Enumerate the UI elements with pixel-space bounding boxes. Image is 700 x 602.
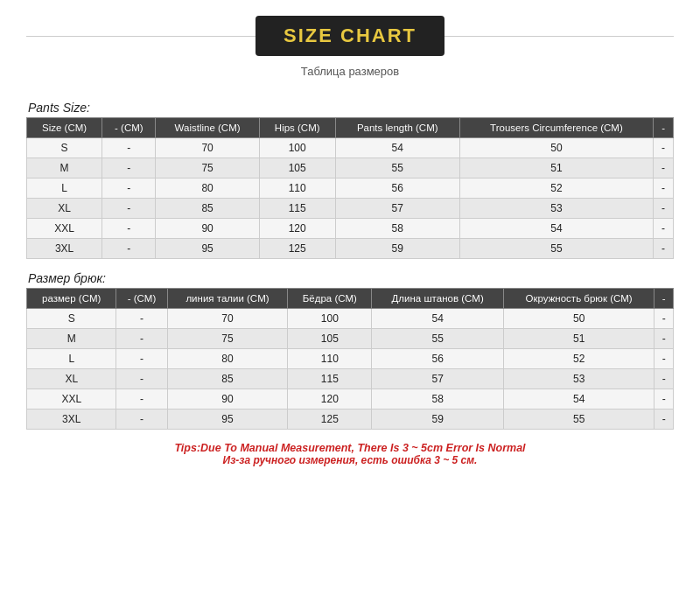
table-cell: 51 [459,158,653,178]
table-cell: M [27,329,116,349]
title-line-right [444,36,674,37]
table-cell: 50 [503,309,654,329]
table-row: XXL-901205854- [27,219,674,239]
table-cell: 52 [459,178,653,199]
subtitle: Таблица размеров [301,65,399,78]
table-cell: 53 [459,199,653,219]
table-ru-body: S-701005450-M-751055551-L-801105652-XL-8… [27,309,674,430]
page-wrapper: SIZE CHART Таблица размеров Pants Size: … [0,0,700,602]
table-cell: 120 [288,389,372,410]
table-cell: 95 [167,410,288,430]
table-row: L-801105652- [27,178,674,199]
tips-ru: Из-за ручного измерения, есть ошибка 3 ~… [26,454,674,466]
table-cell: 57 [372,369,504,389]
table-cell: 58 [372,389,504,410]
ru-col-waistline: линия талии (CM) [167,289,288,309]
table-cell: - [654,158,674,178]
table-cell: 90 [167,389,288,410]
table-cell: - [116,369,167,389]
table-cell: 75 [156,158,259,178]
table-cell: 110 [288,349,372,369]
table-cell: S [27,138,102,158]
ru-col-dash: - (CM) [116,289,167,309]
table-cell: - [654,138,674,158]
en-col-trousers-circ: Trousers Circumference (CM) [459,118,653,138]
table-cell: 55 [372,329,504,349]
table-cell: - [654,389,674,410]
table-cell: - [116,329,167,349]
table-cell: 54 [335,138,459,158]
table-cell: - [116,410,167,430]
table-cell: 100 [259,138,335,158]
table-row: L-801105652- [27,349,674,369]
table-row: XXL-901205854- [27,389,674,410]
table-cell: 54 [503,389,654,410]
table-cell: S [27,309,116,329]
table-cell: 120 [259,219,335,239]
table-cell: XL [27,199,102,219]
table-cell: - [116,309,167,329]
table-cell: 59 [335,239,459,259]
table-cell: - [116,389,167,410]
ru-col-pants-length: Длина штанов (CM) [372,289,504,309]
table-ru: размер (CM) - (CM) линия талии (CM) Бёдр… [26,288,674,430]
table-cell: - [654,349,674,369]
table-cell: - [116,349,167,369]
tips-en: Tips:Due To Manual Measurement, There Is… [26,442,674,454]
ru-col-trousers-circ: Окружность брюк (CM) [503,289,654,309]
table-cell: 56 [372,349,504,369]
title-row: SIZE CHART [26,16,674,56]
table-row: 3XL-951255955- [27,239,674,259]
table-cell: 125 [288,410,372,430]
table-cell: - [102,199,156,219]
table-row: M-751055551- [27,158,674,178]
table-cell: XL [27,369,116,389]
table-cell: 100 [288,309,372,329]
ru-col-size: размер (CM) [27,289,116,309]
table-cell: 57 [335,199,459,219]
table-cell: 85 [167,369,288,389]
table-cell: 110 [259,178,335,199]
table-cell: 56 [335,178,459,199]
table-cell: 55 [459,239,653,259]
table-cell: 3XL [27,239,102,259]
pants-label-ru: Размер брюк: [26,271,674,285]
table-cell: L [27,178,102,199]
table-cell: 52 [503,349,654,369]
table-cell: 115 [259,199,335,219]
table-row: M-751055551- [27,329,674,349]
table-cell: 59 [372,410,504,430]
en-col-dash: - (CM) [102,118,156,138]
en-col-size: Size (CM) [27,118,102,138]
table-cell: 115 [288,369,372,389]
table-en: Size (CM) - (CM) Waistline (CM) Hips (CM… [26,117,674,259]
table-cell: - [102,178,156,199]
table-cell: 90 [156,219,259,239]
table-cell: XXL [27,389,116,410]
table-cell: - [102,219,156,239]
en-col-pants-length: Pants length (CM) [335,118,459,138]
en-col-waistline: Waistline (CM) [156,118,259,138]
table-row: XL-851155753- [27,199,674,219]
ru-col-hips: Бёдра (CM) [288,289,372,309]
title-line-left [26,36,256,37]
tips-section: Tips:Due To Manual Measurement, There Is… [26,442,674,466]
table-cell: L [27,349,116,369]
table-ru-header-row: размер (CM) - (CM) линия талии (CM) Бёдр… [27,289,674,309]
table-cell: - [102,158,156,178]
table-en-header-row: Size (CM) - (CM) Waistline (CM) Hips (CM… [27,118,674,138]
table-cell: - [654,329,674,349]
table-cell: 105 [259,158,335,178]
table-cell: 51 [503,329,654,349]
table-cell: - [102,239,156,259]
table-cell: - [654,199,674,219]
table-cell: - [654,309,674,329]
table-cell: - [654,239,674,259]
en-col-extra: - [654,118,674,138]
table-cell: 58 [335,219,459,239]
table-row: S-701005450- [27,138,674,158]
table-cell: 50 [459,138,653,158]
table-cell: 80 [167,349,288,369]
table-cell: 55 [335,158,459,178]
table-cell: 95 [156,239,259,259]
